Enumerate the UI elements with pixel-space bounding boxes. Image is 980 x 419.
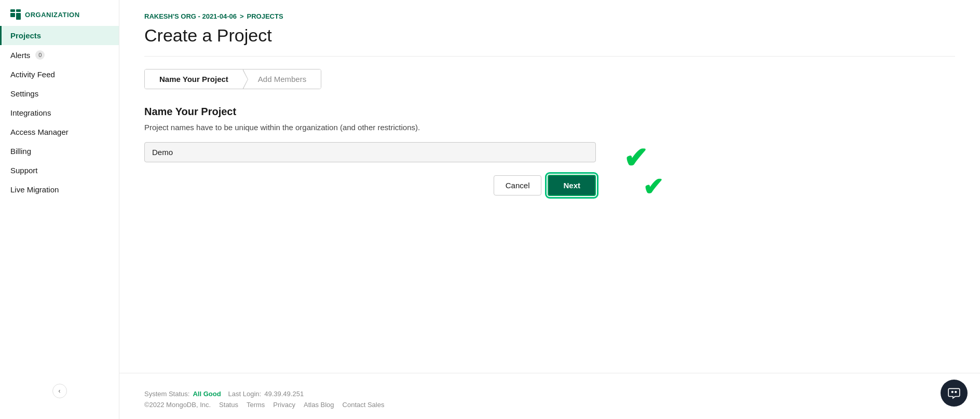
copyright: ©2022 MongoDB, Inc.	[144, 401, 211, 409]
page-title: Create a Project	[144, 25, 955, 46]
sidebar-item-access-manager[interactable]: Access Manager	[0, 122, 119, 142]
sidebar-nav: Projects Alerts 0 Activity Feed Settings…	[0, 26, 119, 199]
breadcrumb-separator: >	[240, 12, 244, 20]
tab-name-project-label: Name Your Project	[159, 75, 228, 83]
checkmark-small-icon: ✔	[643, 175, 663, 200]
sidebar-item-activity-feed[interactable]: Activity Feed	[0, 65, 119, 84]
status-value: All Good	[193, 390, 221, 398]
sidebar-item-label: Access Manager	[10, 128, 69, 136]
tab-name-project[interactable]: Name Your Project	[145, 69, 243, 89]
checkmark-big-icon: ✔	[623, 144, 648, 173]
sidebar-item-settings[interactable]: Settings	[0, 84, 119, 103]
tab-add-members-label: Add Members	[258, 75, 306, 83]
sidebar-item-label: Alerts	[10, 51, 30, 60]
form-description: Project names have to be unique within t…	[144, 123, 611, 132]
chat-button[interactable]	[941, 380, 968, 407]
sidebar-collapse-button[interactable]: ‹	[52, 384, 67, 398]
breadcrumb: RAKESH'S ORG - 2021-04-06 > PROJECTS	[144, 12, 955, 20]
footer-link-atlas-blog[interactable]: Atlas Blog	[304, 401, 334, 409]
svg-point-1	[955, 391, 957, 393]
alerts-badge: 0	[35, 50, 45, 60]
sidebar-item-live-migration[interactable]: Live Migration	[0, 180, 119, 199]
tab-arrow-inner	[242, 69, 248, 89]
sidebar-item-billing[interactable]: Billing	[0, 142, 119, 161]
sidebar-item-label: Integrations	[10, 108, 51, 117]
svg-point-0	[951, 391, 954, 393]
tab-add-members[interactable]: Add Members	[243, 69, 321, 89]
title-divider	[144, 56, 955, 57]
cancel-button[interactable]: Cancel	[494, 175, 542, 195]
org-title: ORGANIZATION	[25, 11, 80, 19]
footer-link-contact-sales[interactable]: Contact Sales	[343, 401, 385, 409]
breadcrumb-org[interactable]: RAKESH'S ORG - 2021-04-06	[144, 12, 237, 20]
last-login-prefix: Last Login:	[228, 390, 262, 398]
project-form: Name Your Project Project names have to …	[144, 106, 611, 196]
main-content: RAKESH'S ORG - 2021-04-06 > PROJECTS Cre…	[119, 0, 980, 331]
footer-link-status[interactable]: Status	[219, 401, 238, 409]
last-login-value: 49.39.49.251	[264, 390, 304, 398]
sidebar-item-label: Billing	[10, 147, 31, 156]
sidebar-item-support[interactable]: Support	[0, 161, 119, 180]
wizard-tabs: Name Your Project Add Members	[144, 69, 321, 89]
status-prefix: System Status:	[144, 390, 189, 398]
breadcrumb-projects[interactable]: PROJECTS	[247, 12, 283, 20]
project-name-input[interactable]	[144, 142, 596, 162]
chat-icon	[947, 386, 961, 400]
next-button[interactable]: Next	[548, 175, 596, 196]
footer-status: System Status: All Good Last Login: 49.3…	[144, 390, 955, 398]
sidebar-item-label: Settings	[10, 89, 38, 98]
main-content-area: RAKESH'S ORG - 2021-04-06 > PROJECTS Cre…	[119, 0, 980, 419]
sidebar-item-label: Projects	[10, 31, 41, 40]
form-buttons: Cancel Next ✔ ✔	[144, 175, 596, 196]
form-heading: Name Your Project	[144, 106, 611, 118]
sidebar-item-projects[interactable]: Projects	[0, 26, 119, 45]
sidebar-item-alerts[interactable]: Alerts 0	[0, 45, 119, 65]
sidebar-item-label: Activity Feed	[10, 70, 55, 79]
sidebar-item-label: Live Migration	[10, 185, 59, 194]
org-icon	[10, 9, 21, 20]
footer: System Status: All Good Last Login: 49.3…	[119, 373, 980, 419]
sidebar: ORGANIZATION Projects Alerts 0 Activity …	[0, 0, 119, 419]
footer-links: ©2022 MongoDB, Inc. Status Terms Privacy…	[144, 401, 955, 409]
footer-link-terms[interactable]: Terms	[247, 401, 265, 409]
sidebar-item-integrations[interactable]: Integrations	[0, 103, 119, 122]
footer-link-privacy[interactable]: Privacy	[273, 401, 295, 409]
org-header: ORGANIZATION	[0, 0, 119, 26]
sidebar-item-label: Support	[10, 166, 38, 175]
